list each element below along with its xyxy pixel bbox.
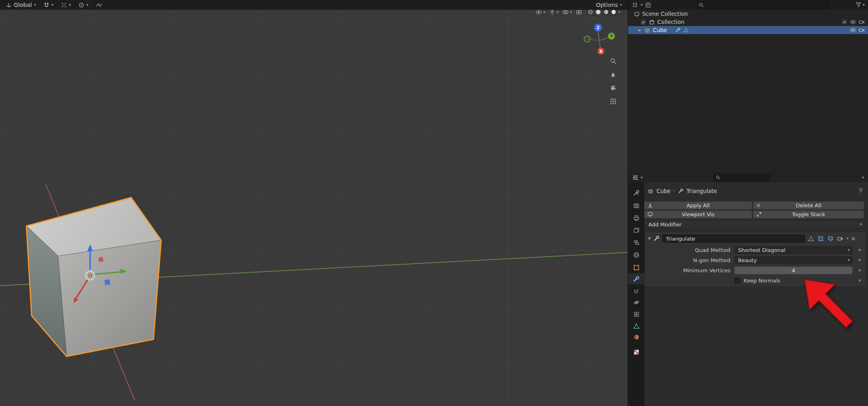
outliner-search-input[interactable] <box>695 1 830 9</box>
proportional-editing-dropdown[interactable]: ▾ <box>77 2 90 9</box>
viewport-header: Global ▾ ▾ ▾ ▾ Options ▾ <box>0 0 628 10</box>
delete-all-button[interactable]: × Delete All <box>753 202 864 209</box>
outliner-item-label: Scene Collection <box>642 11 688 17</box>
pan-button[interactable] <box>608 69 618 79</box>
tab-object-data[interactable] <box>628 321 644 331</box>
chevron-down-icon: ▾ <box>863 3 865 7</box>
modifier-close-button[interactable]: × <box>851 236 856 241</box>
shading-solid-button[interactable] <box>595 9 601 15</box>
add-modifier-dropdown[interactable]: Add Modifier ▾ <box>644 220 866 228</box>
chevron-down-icon: ▾ <box>570 10 572 14</box>
breadcrumb: Cube › Triangulate <box>648 187 717 195</box>
collection-icon <box>649 19 655 25</box>
camera-icon[interactable] <box>859 19 865 25</box>
outliner-filter-dropdown[interactable]: ▾ <box>855 2 865 8</box>
tab-tool[interactable] <box>628 188 644 198</box>
transform-orientation-dropdown[interactable]: Global ▾ <box>4 1 38 9</box>
scene-collection-icon <box>634 11 640 17</box>
proportional-falloff-button[interactable] <box>94 2 104 9</box>
navigation-gizmo[interactable]: Z Y X <box>580 21 619 60</box>
modifier-name-field[interactable]: Triangulate <box>662 234 805 243</box>
animate-decorator[interactable] <box>859 249 861 251</box>
keep-normals-checkbox[interactable] <box>734 278 741 284</box>
magnifier-icon <box>610 58 617 65</box>
tab-world[interactable] <box>628 250 644 260</box>
orientation-icon <box>6 2 12 8</box>
button-label: Viewport Vis <box>682 211 715 217</box>
camera-icon[interactable] <box>859 27 865 33</box>
shading-rendered-button[interactable] <box>611 9 617 15</box>
tab-texture[interactable] <box>628 347 644 357</box>
gizmo-plane-xy-handle[interactable] <box>104 279 110 285</box>
falloff-curve-icon <box>96 2 102 8</box>
expand-arrow-icon[interactable]: ► <box>638 28 642 32</box>
animate-decorator[interactable] <box>859 269 861 271</box>
tab-object[interactable] <box>628 263 644 272</box>
button-label: Apply All <box>687 202 710 208</box>
animate-decorator[interactable] <box>859 280 861 282</box>
chevron-down-icon[interactable]: ▾ <box>862 176 864 180</box>
search-icon <box>716 175 721 180</box>
eye-icon[interactable] <box>850 27 856 33</box>
tab-particles[interactable] <box>628 287 644 296</box>
properties-search-input[interactable] <box>713 174 771 181</box>
tab-output[interactable] <box>628 213 644 223</box>
modifier-wrench-icon[interactable] <box>675 27 681 33</box>
snap-target-dropdown[interactable]: ▾ <box>59 2 73 9</box>
field-value: Beauty <box>738 257 757 263</box>
snapping-toggle[interactable]: ▾ <box>42 2 55 9</box>
pin-icon[interactable] <box>858 187 864 193</box>
outliner-item-label: Collection <box>657 19 684 25</box>
orientation-label: Global <box>14 2 32 8</box>
material-sphere-icon <box>603 9 609 15</box>
shading-material-button[interactable] <box>603 9 609 15</box>
tab-constraints[interactable] <box>628 309 644 319</box>
quad-method-row: Quad Method Shortest Diagonal ▾ <box>645 246 866 254</box>
collapse-arrow-icon[interactable]: ▼ <box>648 237 651 241</box>
minimum-vertices-field[interactable]: 4 <box>734 267 853 274</box>
delete-icon: × <box>756 202 761 208</box>
render-display-toggle[interactable] <box>837 235 844 242</box>
zoom-button[interactable] <box>608 56 618 66</box>
tab-material[interactable] <box>628 332 644 342</box>
camera-view-button[interactable] <box>608 83 618 93</box>
breadcrumb-object[interactable]: Cube <box>656 188 671 194</box>
tab-modifiers[interactable] <box>628 273 644 284</box>
outliner-editor-icon[interactable] <box>632 2 638 8</box>
outliner-row-collection[interactable]: Collection <box>628 18 868 26</box>
minimum-vertices-row: Minimum Vertices 4 <box>645 266 866 274</box>
collection-checkbox-icon[interactable] <box>640 19 646 25</box>
shading-wireframe-button[interactable] <box>587 9 594 15</box>
nav-axis-neg-ball[interactable] <box>584 36 590 42</box>
modifier-extras-dropdown[interactable]: ▾ <box>846 237 849 241</box>
tab-render[interactable] <box>628 201 644 211</box>
viewport-side-buttons <box>608 56 618 106</box>
outliner-row-cube[interactable]: ► Cube <box>628 26 868 34</box>
breadcrumb-modifier[interactable]: Triangulate <box>687 188 717 194</box>
realtime-display-toggle[interactable] <box>827 235 834 242</box>
ortho-toggle-button[interactable] <box>608 96 618 106</box>
animate-decorator[interactable] <box>859 259 861 261</box>
apply-all-button[interactable]: Apply All <box>644 202 752 209</box>
gizmo-plane-yz-handle[interactable] <box>98 257 104 262</box>
ngon-method-dropdown[interactable]: Beauty ▾ <box>734 256 853 264</box>
tab-physics[interactable] <box>628 297 644 307</box>
outliner-row-scene-collection[interactable]: Scene Collection <box>628 10 868 18</box>
exclude-checkbox-icon[interactable] <box>842 19 847 25</box>
viewport-vis-button[interactable]: Viewport Vis <box>644 211 752 218</box>
annotation-arrow <box>803 278 858 333</box>
tab-scene[interactable] <box>628 237 644 247</box>
eye-icon[interactable] <box>850 19 856 25</box>
mesh-data-icon[interactable] <box>683 27 689 33</box>
tab-view-layer[interactable] <box>628 225 644 235</box>
toggle-stack-button[interactable]: Toggle Stack <box>753 211 864 218</box>
edit-mode-display-toggle[interactable] <box>808 235 815 242</box>
editmode-toggle[interactable] <box>817 235 825 242</box>
display-mode-icon[interactable] <box>645 2 651 8</box>
options-dropdown[interactable]: Options ▾ <box>594 1 624 9</box>
field-label: Keep Normals <box>744 278 780 284</box>
3d-viewport[interactable]: Global ▾ ▾ ▾ ▾ Options ▾ <box>0 0 628 406</box>
outliner-item-label: Cube <box>653 27 667 33</box>
quad-method-dropdown[interactable]: Shortest Diagonal ▾ <box>734 246 853 254</box>
properties-editor-icon[interactable] <box>632 174 639 181</box>
